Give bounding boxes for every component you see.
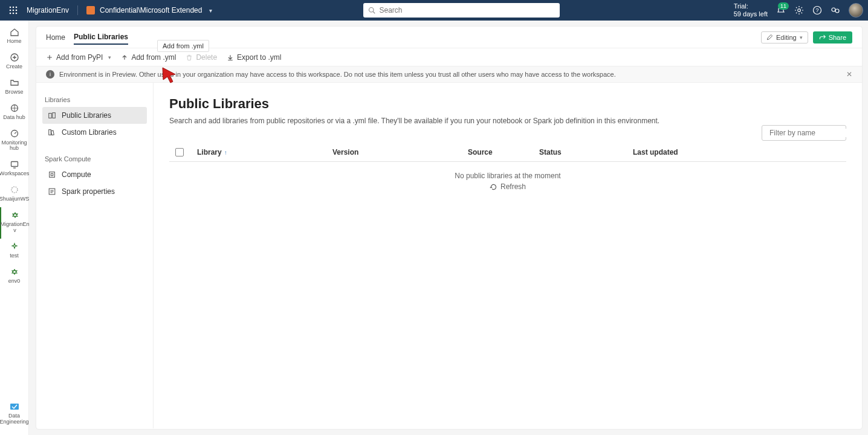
svg-rect-23 [53,113,55,118]
col-source[interactable]: Source [468,148,539,156]
rail-browse[interactable]: Browse [0,75,29,100]
svg-point-14 [832,8,835,11]
rail-data-hub[interactable]: Data hub [0,100,29,126]
notif-badge: 11 [778,2,789,10]
rail-shuaijunws[interactable]: ShuaijunWS [0,182,29,207]
svg-point-6 [10,13,11,14]
custom-libraries-icon [47,127,57,137]
env-item-icon [10,210,21,221]
select-all-checkbox[interactable] [175,148,184,156]
persona-icon [9,401,20,412]
libraries-table: Library ↑ Version Source Status Last upd… [169,143,846,193]
sidepanel-item-spark-properties[interactable]: Spark properties [42,183,147,200]
page-description: Search and add libraries from public rep… [169,117,846,125]
folder-icon [9,77,20,88]
col-library[interactable]: Library ↑ [197,148,332,156]
filter-by-name[interactable] [762,125,846,141]
table-empty-state: No public libraries at the moment Refres… [169,162,846,193]
search-icon [368,7,375,14]
table-header: Library ↑ Version Source Status Last upd… [169,143,846,162]
trash-icon [186,54,193,61]
svg-point-15 [835,9,839,13]
app-launcher-icon[interactable] [5,5,22,15]
chevron-down-icon: ▾ [108,54,111,60]
notifications-icon[interactable]: 11 [776,5,786,15]
editing-dropdown[interactable]: Editing ▾ [761,31,808,44]
help-icon[interactable]: ? [812,5,822,15]
svg-rect-22 [49,114,51,118]
tab-home[interactable]: Home [46,31,65,44]
svg-rect-25 [51,130,54,135]
page-body: Public Libraries Search and add librarie… [154,83,862,428]
env-name: MigrationEnv [27,6,69,14]
filter-input[interactable] [769,129,860,137]
compute-icon [47,170,57,179]
svg-rect-19 [11,162,18,167]
settings-sidepanel: Libraries Public Libraries Custom Librar… [36,83,154,428]
svg-point-11 [798,9,801,12]
settings-icon[interactable] [794,5,804,15]
tab-public-libraries[interactable]: Public Libraries [74,30,128,45]
workspace-icon [86,6,95,14]
monitoring-icon [9,128,20,139]
feedback-icon[interactable] [831,5,840,15]
sidepanel-item-public-libraries[interactable]: Public Libraries [42,107,147,124]
chevron-down-icon[interactable]: ▾ [209,7,212,14]
col-version[interactable]: Version [332,148,468,156]
sparkle-icon [9,241,20,252]
left-nav-rail: Home Create Browse Data hub Monitoring h… [0,21,29,435]
svg-point-0 [10,7,11,8]
download-icon [227,54,234,61]
add-from-pypi-button[interactable]: Add from PyPI ▾ [46,53,111,62]
rail-persona-switcher[interactable]: Data Engineering [0,399,29,430]
svg-point-5 [16,10,18,11]
col-last-updated[interactable]: Last updated [633,148,840,156]
rail-env0[interactable]: env0 [0,264,29,289]
tooltip-add-from-yml: Add from .yml [157,40,209,52]
svg-point-8 [16,13,18,14]
rail-home[interactable]: Home [0,24,29,50]
svg-rect-21 [10,404,19,410]
svg-point-7 [13,13,15,14]
rail-workspaces[interactable]: Workspaces [0,156,29,182]
workspace-item-icon [9,184,20,195]
sidepanel-item-custom-libraries[interactable]: Custom Libraries [42,124,147,141]
svg-point-2 [16,7,18,8]
svg-point-20 [11,187,18,193]
svg-rect-24 [49,130,51,135]
preview-banner: i Environment is in Preview. Other users… [36,66,862,83]
svg-line-10 [374,11,375,13]
banner-close-icon[interactable]: ✕ [846,70,852,79]
svg-rect-27 [51,173,53,176]
rail-monitoring[interactable]: Monitoring hub [0,126,29,157]
share-button[interactable]: Share [813,31,852,44]
sidepanel-item-compute[interactable]: Compute [42,166,147,183]
refresh-button[interactable]: Refresh [490,182,526,191]
global-search[interactable] [363,3,560,18]
info-icon: i [46,70,54,79]
sort-asc-icon: ↑ [224,149,227,156]
banner-text: Environment is in Preview. Other users i… [59,71,616,78]
add-from-yml-button[interactable]: Add from .yml [121,53,176,62]
page-title: Public Libraries [169,96,846,112]
search-input[interactable] [379,6,555,14]
sidepanel-section-spark: Spark Compute [45,155,144,163]
export-to-yml-button[interactable]: Export to .yml [227,53,281,62]
share-icon [819,34,826,40]
svg-text:?: ? [815,7,818,13]
rail-migrationen[interactable]: MigrationEn v [0,207,29,239]
svg-point-9 [369,8,374,13]
svg-point-1 [13,7,15,8]
data-hub-icon [9,103,20,114]
svg-point-3 [10,10,11,11]
svg-rect-26 [50,172,55,178]
trial-info: Trial: 59 days left [734,2,768,18]
col-status[interactable]: Status [539,148,633,156]
refresh-icon [490,183,497,191]
workspaces-icon [9,159,20,170]
rail-test[interactable]: test [0,239,29,264]
env-item-icon [9,266,20,277]
avatar[interactable] [849,3,863,18]
rail-create[interactable]: Create [0,50,29,75]
plus-icon [46,54,53,61]
